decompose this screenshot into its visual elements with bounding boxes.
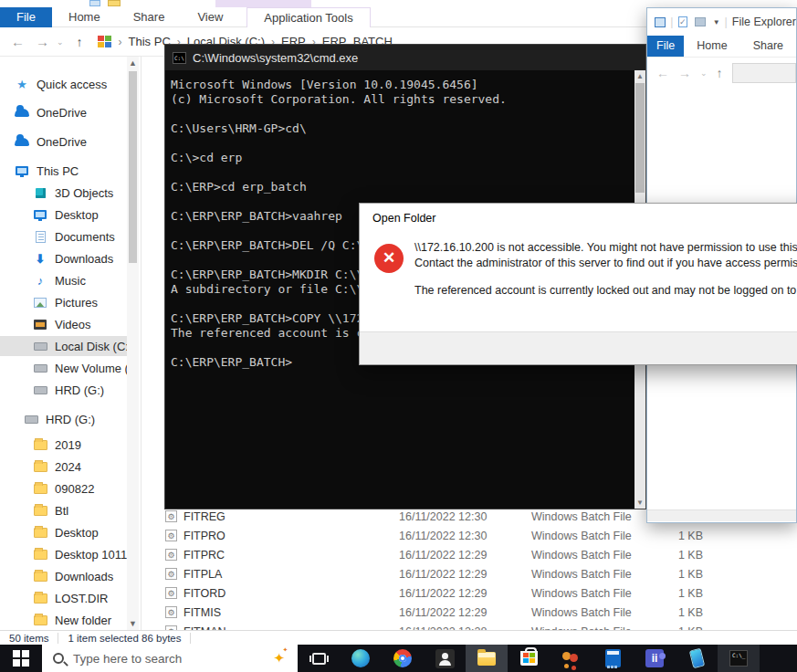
quick-access-toolbar-icon[interactable]	[89, 0, 100, 6]
tab-view[interactable]: View	[181, 7, 239, 27]
forward-icon[interactable]: →	[36, 34, 49, 49]
teams-icon: ii	[645, 649, 664, 667]
sidebar-item-090822[interactable]: 090822	[0, 478, 128, 499]
app-button[interactable]	[424, 645, 466, 672]
tab-application-tools[interactable]: Application Tools	[246, 7, 370, 27]
batch-file-icon: ⚙	[165, 587, 177, 599]
sidebar-item-2024[interactable]: 2024	[0, 457, 128, 477]
phone-link-button[interactable]	[676, 645, 718, 672]
cmd-taskbar-button[interactable]: C:\_	[718, 645, 760, 672]
address-folder-icon[interactable]	[98, 36, 112, 48]
edge-button[interactable]	[340, 645, 382, 672]
sidebar-item-btl[interactable]: Btl	[0, 500, 128, 520]
store-button[interactable]	[508, 645, 550, 672]
sidebar-item-onedrive-2[interactable]: OneDrive	[0, 131, 128, 152]
scroll-down-icon[interactable]: ▼	[634, 497, 645, 509]
sidebar-item-videos[interactable]: Videos	[0, 314, 128, 334]
task-view-button[interactable]	[298, 645, 340, 672]
history-chevron-icon[interactable]: ⌄	[700, 68, 708, 78]
table-row[interactable]: ⚙FITPRC16/11/2022 12:29Windows Batch Fil…	[142, 546, 703, 565]
music-icon: ♪	[33, 273, 47, 288]
sidebar-item-desktop[interactable]: Desktop	[0, 205, 128, 225]
onedrive-cloud-icon	[15, 105, 29, 120]
second-window-titlebar[interactable]: | ✓ ▼ | File Explorer	[647, 8, 796, 36]
videos-icon	[33, 317, 47, 331]
scrollbar-thumb[interactable]	[635, 83, 645, 193]
drive-icon	[33, 361, 47, 375]
sidebar-item-music[interactable]: ♪Music	[0, 270, 128, 290]
scrollbar-thumb[interactable]	[129, 71, 137, 263]
tab-file[interactable]: File	[647, 36, 684, 57]
store-icon	[520, 651, 538, 666]
sidebar-item-2019[interactable]: 2019	[0, 435, 128, 455]
sidebar-item-new-folder[interactable]: New folder	[0, 610, 128, 630]
scroll-up-icon[interactable]: ▲	[634, 70, 645, 82]
error-x-circle-icon: ✕	[374, 244, 404, 273]
application-tools-accent-strip	[215, 0, 311, 7]
sidebar-item-quick-access[interactable]: ★Quick access	[0, 74, 128, 94]
sidebar-item-this-pc[interactable]: This PC	[0, 161, 128, 181]
tab-file[interactable]: File	[0, 7, 52, 27]
chrome-button[interactable]	[382, 645, 424, 672]
start-button[interactable]	[0, 645, 42, 672]
up-icon[interactable]: ↑	[717, 66, 723, 80]
new-folder-icon[interactable]	[695, 17, 705, 26]
folder-icon	[33, 613, 47, 627]
sidebar-item-hrd-g-root[interactable]: HRD (G:)	[0, 409, 128, 429]
this-pc-icon	[15, 163, 29, 178]
edge-icon	[351, 649, 370, 667]
drive-icon	[33, 383, 47, 397]
dialog-button-row	[360, 331, 797, 364]
tab-share[interactable]: Share	[740, 36, 796, 57]
taskbar-icons: ii C:\_	[298, 645, 760, 672]
back-icon[interactable]: ←	[656, 66, 669, 80]
up-icon[interactable]: ↑	[77, 35, 83, 49]
tab-home[interactable]: Home	[684, 36, 739, 57]
sidebar-item-local-disk-c[interactable]: Local Disk (C:)	[0, 336, 128, 356]
back-icon[interactable]: ←	[11, 34, 25, 49]
table-row[interactable]: ⚙FITPLA16/11/2022 12:29Windows Batch Fil…	[142, 565, 703, 584]
file-explorer-button[interactable]	[466, 645, 508, 672]
properties-check-icon[interactable]: ✓	[678, 16, 688, 27]
cmd-titlebar[interactable]: C:\ C:\Windows\system32\cmd.exe	[165, 45, 645, 70]
sidebar-item-desktop-101125[interactable]: Desktop 101125	[0, 544, 128, 564]
cmd-icon: C:\	[173, 52, 186, 64]
sidebar-item-downloads-folder[interactable]: Downloads	[0, 566, 128, 586]
forward-icon[interactable]: →	[678, 66, 691, 80]
tab-share[interactable]: Share	[117, 7, 182, 27]
sidebar-item-hrd-g[interactable]: HRD (G:)	[0, 380, 128, 400]
history-chevron-icon[interactable]: ⌄	[57, 37, 64, 47]
scroll-up-icon[interactable]: ▲	[127, 57, 139, 69]
quick-access-toolbar-folder-icon[interactable]	[108, 0, 121, 6]
sidebar-item-new-volume-d[interactable]: New Volume (D:)	[0, 358, 128, 378]
table-row[interactable]: ⚙FITMIS16/11/2022 12:29Windows Batch Fil…	[142, 604, 703, 623]
sidebar-scrollbar[interactable]: ▲ ▼	[127, 57, 139, 630]
scroll-down-icon[interactable]: ▼	[127, 617, 139, 630]
table-row[interactable]: ⚙FITREG16/11/2022 12:30Windows Batch Fil…	[142, 508, 703, 527]
customize-qat-chevron-icon[interactable]: ▼	[713, 18, 720, 26]
taskbar-search[interactable]: Type here to search ✦	[42, 645, 298, 672]
folder-icon	[33, 569, 47, 583]
teams-button[interactable]: ii	[634, 645, 676, 672]
task-view-icon	[312, 653, 326, 665]
table-row[interactable]: ⚙FITPRO16/11/2022 12:30Windows Batch Fil…	[142, 527, 703, 546]
sidebar-item-desktop-folder[interactable]: Desktop	[0, 522, 128, 542]
tab-home[interactable]: Home	[52, 7, 117, 27]
3d-objects-icon	[33, 185, 47, 200]
dialog-title: Open Folder	[360, 204, 797, 225]
sidebar-item-lost-dir[interactable]: LOST.DIR	[0, 588, 128, 608]
windows-logo-icon	[13, 650, 29, 667]
people-button[interactable]	[550, 645, 592, 672]
sidebar-item-documents[interactable]: Documents	[0, 226, 128, 247]
sidebar-item-3d-objects[interactable]: 3D Objects	[0, 183, 128, 203]
selection-summary: 1 item selected 86 bytes	[58, 633, 191, 644]
search-placeholder: Type here to search	[73, 652, 182, 666]
desktop-screen: File Home Share View Application Tools ←…	[0, 0, 797, 672]
table-row[interactable]: ⚙FITORD16/11/2022 12:29Windows Batch Fil…	[142, 584, 703, 604]
batch-file-icon: ⚙	[165, 530, 177, 541]
calculator-button[interactable]	[592, 645, 634, 672]
address-input[interactable]	[732, 63, 796, 83]
sidebar-item-downloads[interactable]: ⬇Downloads	[0, 248, 128, 268]
sidebar-item-pictures[interactable]: Pictures	[0, 292, 128, 312]
sidebar-item-onedrive-1[interactable]: OneDrive	[0, 102, 128, 122]
